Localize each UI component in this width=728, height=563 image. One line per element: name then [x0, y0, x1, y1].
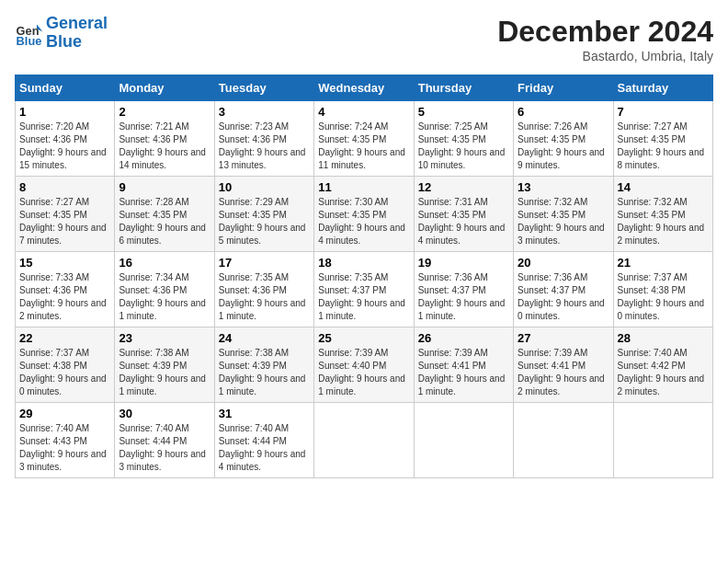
daylight-label: Daylight: 9 hours and 0 minutes.: [518, 298, 605, 321]
daylight-label: Daylight: 9 hours and 6 minutes.: [119, 223, 206, 246]
sunset-value: 4:40 PM: [352, 361, 386, 371]
sunrise-label: Sunrise:: [418, 121, 454, 132]
weekday-header-sunday: Sunday: [16, 75, 115, 101]
calendar-cell: 5 Sunrise: 7:25 AM Sunset: 4:35 PM Dayli…: [414, 101, 513, 177]
daylight-label: Daylight: 9 hours and 1 minute.: [119, 298, 206, 321]
day-info: Sunrise: 7:37 AM Sunset: 4:38 PM Dayligh…: [19, 347, 110, 398]
calendar-table: SundayMondayTuesdayWednesdayThursdayFrid…: [15, 75, 713, 478]
calendar-cell: [613, 403, 712, 478]
day-number: 26: [418, 331, 509, 345]
sunset-value: 4:35 PM: [651, 134, 685, 144]
sunset-label: Sunset:: [418, 134, 452, 144]
day-number: 25: [318, 331, 409, 345]
sunrise-value: 7:24 AM: [355, 121, 389, 132]
calendar-cell: 11 Sunrise: 7:30 AM Sunset: 4:35 PM Dayl…: [314, 177, 414, 252]
calendar-cell: [414, 403, 513, 478]
sunset-value: 4:35 PM: [352, 134, 386, 144]
day-info: Sunrise: 7:40 AM Sunset: 4:44 PM Dayligh…: [119, 422, 210, 474]
day-number: 6: [518, 105, 609, 119]
sunrise-label: Sunrise:: [418, 272, 454, 282]
sunset-label: Sunset:: [318, 285, 352, 295]
sunrise-label: Sunrise:: [418, 197, 454, 207]
sunrise-value: 7:37 AM: [654, 272, 688, 282]
daylight-label: Daylight: 9 hours and 13 minutes.: [219, 147, 306, 170]
day-info: Sunrise: 7:28 AM Sunset: 4:35 PM Dayligh…: [119, 196, 210, 247]
day-info: Sunrise: 7:31 AM Sunset: 4:35 PM Dayligh…: [418, 196, 509, 247]
daylight-label: Daylight: 9 hours and 2 minutes.: [518, 373, 605, 396]
sunrise-value: 7:25 AM: [454, 121, 488, 132]
day-info: Sunrise: 7:36 AM Sunset: 4:37 PM Dayligh…: [518, 271, 609, 323]
sunrise-label: Sunrise:: [219, 272, 255, 282]
sunset-value: 4:41 PM: [451, 361, 485, 371]
sunset-label: Sunset:: [219, 210, 253, 220]
sunrise-label: Sunrise:: [19, 272, 55, 282]
calendar-cell: 8 Sunrise: 7:27 AM Sunset: 4:35 PM Dayli…: [16, 177, 115, 252]
daylight-label: Daylight: 9 hours and 4 minutes.: [318, 223, 405, 246]
sunset-value: 4:35 PM: [451, 210, 485, 220]
sunrise-value: 7:39 AM: [454, 348, 488, 358]
day-number: 30: [119, 407, 210, 420]
sunset-label: Sunset:: [618, 210, 652, 220]
sunset-value: 4:43 PM: [53, 436, 87, 446]
sunrise-value: 7:21 AM: [155, 121, 189, 132]
calendar-week-row: 15 Sunrise: 7:33 AM Sunset: 4:36 PM Dayl…: [16, 252, 713, 327]
sunset-value: 4:44 PM: [253, 436, 287, 446]
sunset-label: Sunset:: [518, 285, 552, 295]
daylight-label: Daylight: 9 hours and 9 minutes.: [518, 147, 605, 170]
weekday-header-wednesday: Wednesday: [314, 75, 414, 101]
sunrise-value: 7:40 AM: [155, 423, 189, 433]
sunset-value: 4:37 PM: [352, 285, 386, 295]
sunset-label: Sunset:: [618, 361, 652, 371]
calendar-cell: 23 Sunrise: 7:38 AM Sunset: 4:39 PM Dayl…: [115, 327, 214, 403]
day-info: Sunrise: 7:39 AM Sunset: 4:41 PM Dayligh…: [418, 347, 509, 398]
sunset-label: Sunset:: [219, 285, 253, 295]
logo-line1: General: [46, 14, 108, 32]
day-info: Sunrise: 7:40 AM Sunset: 4:42 PM Dayligh…: [618, 347, 709, 398]
sunset-label: Sunset:: [418, 210, 452, 220]
daylight-label: Daylight: 9 hours and 14 minutes.: [119, 147, 206, 170]
day-number: 10: [219, 180, 310, 194]
sunset-label: Sunset:: [618, 134, 652, 144]
sunset-label: Sunset:: [618, 285, 652, 295]
sunset-value: 4:35 PM: [53, 210, 87, 220]
day-number: 17: [219, 256, 310, 270]
day-info: Sunrise: 7:32 AM Sunset: 4:35 PM Dayligh…: [618, 196, 709, 247]
day-info: Sunrise: 7:24 AM Sunset: 4:35 PM Dayligh…: [318, 121, 409, 172]
sunrise-value: 7:32 AM: [554, 197, 588, 207]
day-info: Sunrise: 7:23 AM Sunset: 4:36 PM Dayligh…: [219, 121, 310, 172]
sunset-value: 4:35 PM: [552, 210, 586, 220]
calendar-cell: 21 Sunrise: 7:37 AM Sunset: 4:38 PM Dayl…: [613, 252, 712, 327]
calendar-cell: 4 Sunrise: 7:24 AM Sunset: 4:35 PM Dayli…: [314, 101, 414, 177]
sunset-label: Sunset:: [19, 285, 53, 295]
day-info: Sunrise: 7:27 AM Sunset: 4:35 PM Dayligh…: [19, 196, 110, 247]
sunrise-label: Sunrise:: [19, 423, 55, 433]
sunrise-label: Sunrise:: [518, 121, 553, 132]
calendar-cell: 7 Sunrise: 7:27 AM Sunset: 4:35 PM Dayli…: [613, 101, 712, 177]
daylight-label: Daylight: 9 hours and 3 minutes.: [19, 449, 107, 472]
daylight-label: Daylight: 9 hours and 11 minutes.: [318, 147, 405, 170]
weekday-header-monday: Monday: [115, 75, 214, 101]
sunset-value: 4:35 PM: [651, 210, 685, 220]
day-number: 16: [119, 256, 210, 270]
calendar-cell: 18 Sunrise: 7:35 AM Sunset: 4:37 PM Dayl…: [314, 252, 414, 327]
sunset-label: Sunset:: [119, 436, 153, 446]
day-info: Sunrise: 7:25 AM Sunset: 4:35 PM Dayligh…: [418, 121, 509, 172]
daylight-label: Daylight: 9 hours and 15 minutes.: [19, 147, 107, 170]
sunset-value: 4:38 PM: [53, 361, 87, 371]
calendar-cell: 27 Sunrise: 7:39 AM Sunset: 4:41 PM Dayl…: [514, 327, 613, 403]
daylight-label: Daylight: 9 hours and 7 minutes.: [19, 223, 107, 246]
calendar-cell: 15 Sunrise: 7:33 AM Sunset: 4:36 PM Dayl…: [16, 252, 115, 327]
day-number: 22: [19, 331, 110, 345]
calendar-cell: 25 Sunrise: 7:39 AM Sunset: 4:40 PM Dayl…: [314, 327, 414, 403]
page-header: Gen Blue General Blue December 2024 Bast…: [15, 15, 713, 63]
sunrise-value: 7:20 AM: [55, 121, 89, 132]
sunset-value: 4:36 PM: [253, 285, 287, 295]
day-number: 8: [19, 180, 110, 194]
calendar-cell: 30 Sunrise: 7:40 AM Sunset: 4:44 PM Dayl…: [115, 403, 214, 478]
sunrise-label: Sunrise:: [119, 121, 154, 132]
sunset-value: 4:39 PM: [253, 361, 287, 371]
day-info: Sunrise: 7:38 AM Sunset: 4:39 PM Dayligh…: [219, 347, 310, 398]
sunset-label: Sunset:: [418, 361, 452, 371]
sunset-value: 4:39 PM: [153, 361, 187, 371]
daylight-label: Daylight: 9 hours and 2 minutes.: [618, 373, 705, 396]
